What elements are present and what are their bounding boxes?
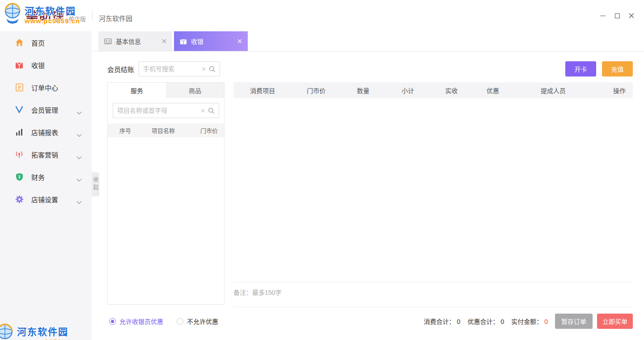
member-v-icon <box>15 105 24 114</box>
chevron-down-icon[interactable] <box>76 175 82 183</box>
sidebar-item-label: 拓客营销 <box>31 150 58 159</box>
maximize-icon <box>615 13 620 18</box>
gear-icon <box>15 195 24 204</box>
tab-close-icon[interactable] <box>162 39 166 43</box>
body-row: 首页 收银 订单中心 会员管理 <box>0 31 644 340</box>
chevron-down-icon[interactable] <box>76 153 82 161</box>
radio-deny-label: 不允许优惠 <box>187 317 218 326</box>
column-header-index: 序号 <box>108 126 143 135</box>
total-payable: 实付金额：0 <box>511 317 548 326</box>
minimize-icon <box>600 16 606 16</box>
sidebar-item-marketing[interactable]: 拓客营销 <box>0 143 92 166</box>
sidebar-collapse-handle[interactable]: 收起 <box>92 172 99 196</box>
cashier-icon <box>180 38 187 45</box>
sidebar-item-label: 收银 <box>31 60 45 70</box>
sidebar-item-members[interactable]: 会员管理 <box>0 98 92 121</box>
column-header-item-name: 项目名称 <box>143 126 184 135</box>
edition-label: 单店版 <box>68 14 86 23</box>
service-panel: 服务 商品 序号 <box>107 82 225 305</box>
service-panel-tabs: 服务 商品 <box>108 83 224 98</box>
pay-now-button[interactable]: 立即买单 <box>597 314 633 329</box>
column-header-commission-staff: 提成人员 <box>513 86 593 95</box>
order-table-body-empty <box>233 98 633 282</box>
sidebar-item-settings[interactable]: 店铺设置 <box>0 188 92 210</box>
order-panel: 消费项目 门市价 数量 小计 实收 优惠 提成人员 操作 备注：最多150字 <box>233 82 633 307</box>
tab-services[interactable]: 服务 <box>108 83 166 98</box>
sidebar-item-label: 财务 <box>31 172 45 182</box>
tab-close-icon[interactable] <box>237 39 242 43</box>
maximize-button[interactable] <box>610 8 624 23</box>
tab-products[interactable]: 商品 <box>166 83 224 98</box>
hold-order-button[interactable]: 暂存订单 <box>555 314 593 329</box>
chevron-down-icon[interactable] <box>76 131 82 139</box>
tab-cashier[interactable]: 收银 <box>174 31 248 51</box>
total-discount-label: 优惠合计： <box>467 318 499 325</box>
order-list-icon <box>15 83 24 92</box>
total-payable-label: 实付金额： <box>511 318 542 325</box>
total-consume-value: 0 <box>457 318 461 325</box>
close-button[interactable] <box>624 8 639 23</box>
main-area: 基本信息 收银 <box>92 31 644 340</box>
sidebar-item-label: 店铺设置 <box>31 195 58 204</box>
column-header-subtotal: 小计 <box>386 86 430 95</box>
sidebar-item-label: 订单中心 <box>31 83 58 92</box>
logo-block: 美助理 单店版 河东软件园 <box>26 7 132 25</box>
chevron-down-icon[interactable] <box>76 198 82 206</box>
item-search-input[interactable] <box>117 107 201 114</box>
column-header-quantity: 数量 <box>341 86 386 95</box>
clear-input-icon[interactable] <box>202 67 206 71</box>
column-header-received: 实收 <box>430 86 473 95</box>
column-header-consume-item: 消费项目 <box>233 86 292 95</box>
id-card-icon <box>104 38 112 44</box>
open-card-button[interactable]: 开卡 <box>565 61 596 76</box>
titlebar: 美助理 单店版 河东软件园 <box>0 0 644 31</box>
service-table-header: 序号 项目名称 门市价 <box>108 123 224 137</box>
vendor-label: 河东软件园 <box>99 13 132 23</box>
sidebar: 首页 收银 订单中心 会员管理 <box>0 31 92 340</box>
order-note-input[interactable]: 备注：最多150字 <box>233 282 633 307</box>
item-search-box <box>113 103 219 118</box>
member-checkout-label: 会员结账 <box>107 64 134 74</box>
sidebar-item-home[interactable]: 首页 <box>0 31 92 54</box>
clear-input-icon[interactable] <box>201 109 205 113</box>
radio-allow-label: 允许收银员优惠 <box>119 317 163 326</box>
search-icon[interactable] <box>209 66 216 72</box>
broadcast-icon <box>15 150 24 159</box>
chevron-down-icon[interactable] <box>76 108 82 116</box>
shield-finance-icon <box>15 172 24 181</box>
checkout-actions: 开卡 充值 <box>565 61 633 76</box>
radio-dot <box>111 320 114 323</box>
minimize-button[interactable] <box>596 8 610 23</box>
app-window: 美助理 单店版 河东软件园 首页 <box>0 0 644 340</box>
total-consume-label: 消费合计： <box>424 318 455 325</box>
service-table-body-empty <box>108 137 224 304</box>
radio-selected-icon <box>109 318 116 325</box>
radio-unselected-icon <box>177 318 183 325</box>
tab-basic-info[interactable]: 基本信息 <box>98 31 172 51</box>
sidebar-item-cashier[interactable]: 收银 <box>0 54 92 76</box>
cashier-icon <box>15 60 24 69</box>
tab-label: 基本信息 <box>116 37 141 46</box>
sidebar-item-reports[interactable]: 店铺报表 <box>0 121 92 143</box>
radio-allow-discount[interactable]: 允许收银员优惠 <box>109 317 163 326</box>
total-consume: 消费合计：0 <box>424 317 461 326</box>
panels: 服务 商品 序号 <box>107 82 633 307</box>
column-header-actions: 操作 <box>593 86 633 95</box>
total-discount: 优惠合计：0 <box>467 317 504 326</box>
radio-deny-discount[interactable]: 不允许优惠 <box>177 317 218 326</box>
phone-search-box <box>139 61 220 76</box>
column-header-retail-price: 门市价 <box>292 86 341 95</box>
search-icon[interactable] <box>208 107 215 114</box>
cashier-content: 会员结账 开卡 充值 <box>92 51 644 340</box>
close-icon <box>629 13 634 18</box>
sidebar-item-orders[interactable]: 订单中心 <box>0 76 92 98</box>
home-icon <box>15 38 24 47</box>
sidebar-item-label: 店铺报表 <box>31 128 58 137</box>
window-controls <box>596 8 639 23</box>
bar-chart-icon <box>15 128 24 136</box>
sidebar-item-finance[interactable]: 财务 <box>0 166 92 188</box>
phone-search-input[interactable] <box>143 65 202 72</box>
totals: 消费合计：0 优惠合计：0 实付金额：0 暂存订单 立即买单 <box>424 314 633 329</box>
recharge-button[interactable]: 充值 <box>602 61 633 76</box>
order-table-header: 消费项目 门市价 数量 小计 实收 优惠 提成人员 操作 <box>233 82 633 98</box>
